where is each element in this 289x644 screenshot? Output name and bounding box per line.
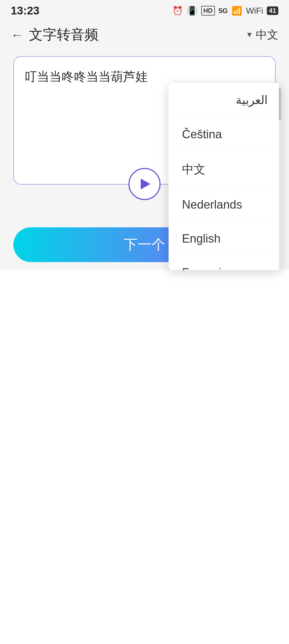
bottom-area — [0, 270, 289, 644]
scrollbar-thumb[interactable] — [279, 88, 281, 120]
language-dropdown: العربيةČeština中文NederlandsEnglishFrançai… — [169, 83, 281, 270]
back-button[interactable]: ← — [11, 28, 24, 42]
alarm-icon: ⏰ — [172, 6, 183, 16]
dropdown-arrow-icon: ▼ — [246, 30, 253, 39]
vibrate-icon: 📳 — [187, 6, 197, 16]
dropdown-item-chinese[interactable]: 中文 — [169, 151, 281, 188]
play-button-container — [128, 168, 161, 200]
dropdown-item-english[interactable]: English — [169, 222, 281, 256]
hd-icon: HD — [201, 6, 215, 16]
play-icon — [141, 179, 150, 189]
page-title: 文字转音频 — [29, 25, 98, 44]
status-bar: 13:23 ⏰ 📳 HD 5G 📶 WiFi 41 — [0, 0, 289, 21]
dropdown-scroll[interactable]: العربيةČeština中文NederlandsEnglishFrançai… — [169, 83, 281, 270]
main-content: 叮当当咚咚当当葫芦娃 下一个 العربيةČeština中文Nederland… — [0, 48, 289, 270]
next-button-label: 下一个 — [124, 235, 165, 254]
dropdown-item-czech[interactable]: Čeština — [169, 117, 281, 151]
header-left: ← 文字转音频 — [11, 25, 98, 44]
status-time: 13:23 — [11, 4, 39, 17]
scrollbar-track — [279, 83, 281, 270]
play-button[interactable] — [128, 168, 161, 200]
language-selector[interactable]: ▼ 中文 — [246, 27, 278, 42]
status-icons: ⏰ 📳 HD 5G 📶 WiFi 41 — [172, 6, 278, 16]
battery-icon: 41 — [267, 6, 278, 15]
signal-bars-icon: 📶 — [231, 6, 242, 16]
signal-5g-icon: 5G — [219, 7, 228, 15]
dropdown-item-french[interactable]: Français — [169, 256, 281, 270]
app-header: ← 文字转音频 ▼ 中文 — [0, 21, 289, 48]
current-language-label: 中文 — [256, 27, 278, 42]
wifi-icon: WiFi — [246, 6, 263, 16]
dropdown-item-dutch[interactable]: Nederlands — [169, 188, 281, 222]
dropdown-item-arabic[interactable]: العربية — [169, 83, 281, 117]
